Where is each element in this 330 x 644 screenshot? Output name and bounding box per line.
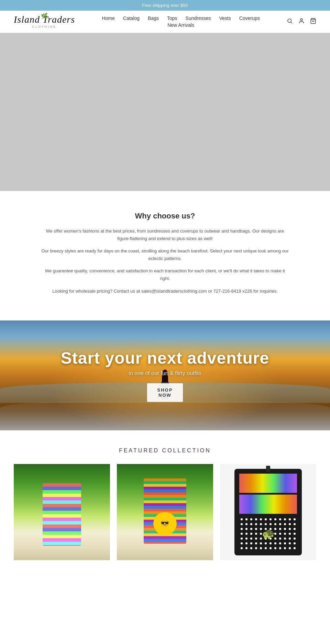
nav-tops[interactable]: Tops xyxy=(167,15,177,21)
product-image-1 xyxy=(14,464,110,560)
announcement-bar: Free shipping over $50 xyxy=(0,0,330,11)
adventure-banner: Start your next adventure in one of our … xyxy=(0,320,330,430)
why-para-2: Our breezy styles are ready for days on … xyxy=(41,247,289,262)
nav-bags[interactable]: Bags xyxy=(148,15,159,21)
hero-slideshow[interactable] xyxy=(0,33,330,191)
product-image-3: 🐢 xyxy=(220,464,316,560)
nav-coverups[interactable]: Coverups xyxy=(239,15,260,21)
product-card-2[interactable]: 😎 xyxy=(117,464,213,560)
nav-row-1: Home Catalog Bags Tops Sundresses Vests … xyxy=(102,15,260,21)
shop-now-button[interactable]: SHOPNOW xyxy=(147,383,183,402)
featured-heading: FEATURED COLLECTION xyxy=(14,448,316,454)
turtle-icon: 🐢 xyxy=(254,522,283,546)
nav-catalog[interactable]: Catalog xyxy=(123,15,140,21)
product-grid: 😎 🐢 xyxy=(14,464,316,560)
svg-point-0 xyxy=(288,19,292,23)
adventure-subtext: in one of our fun & flirty outfits xyxy=(61,370,269,376)
logo-leaf-icon: 🌿 xyxy=(41,13,48,19)
main-nav: Home Catalog Bags Tops Sundresses Vests … xyxy=(102,15,260,28)
svg-point-2 xyxy=(300,19,302,21)
svg-line-1 xyxy=(291,22,292,23)
adventure-heading: Start your next adventure xyxy=(61,349,269,368)
nav-vests[interactable]: Vests xyxy=(219,15,231,21)
bag-strap xyxy=(266,466,270,472)
why-para-3: We guarantee quality, convenience, and s… xyxy=(41,267,289,282)
adventure-content: Start your next adventure in one of our … xyxy=(61,349,269,402)
bag-patch-top xyxy=(239,474,297,493)
login-button[interactable] xyxy=(298,18,305,26)
featured-section: FEATURED COLLECTION 😎 xyxy=(0,430,330,577)
header-icons xyxy=(287,18,316,26)
cart-button[interactable] xyxy=(310,18,316,26)
nav-new-arrivals[interactable]: New Arrivals xyxy=(167,22,194,28)
announcement-text: Free shipping over $50 xyxy=(142,3,188,8)
nav-sundresses[interactable]: Sundresses xyxy=(186,15,211,21)
logo[interactable]: Island Traders 🌿 CLOTHING xyxy=(14,15,75,29)
wave-decoration xyxy=(0,399,330,430)
product-image-2: 😎 xyxy=(117,464,213,560)
site-header: Island Traders 🌿 CLOTHING Home Catalog B… xyxy=(0,11,330,33)
nav-home[interactable]: Home xyxy=(102,15,114,21)
why-section: Why choose us? We offer women's fashions… xyxy=(0,191,330,320)
nav-row-2: New Arrivals xyxy=(167,22,194,28)
bag-patch-mid xyxy=(239,495,297,514)
why-heading: Why choose us? xyxy=(41,212,289,221)
smiley-face: 😎 xyxy=(153,512,176,535)
product-card-1[interactable] xyxy=(14,464,110,560)
why-para-4: Looking for wholesale pricing? Contact u… xyxy=(41,287,289,295)
bag-stripes-1 xyxy=(43,483,81,546)
search-button[interactable] xyxy=(287,18,293,26)
product-card-3[interactable]: 🐢 xyxy=(220,464,316,560)
why-para-1: We offer women's fashions at the best pr… xyxy=(41,227,289,242)
logo-subtitle: CLOTHING xyxy=(32,25,57,29)
